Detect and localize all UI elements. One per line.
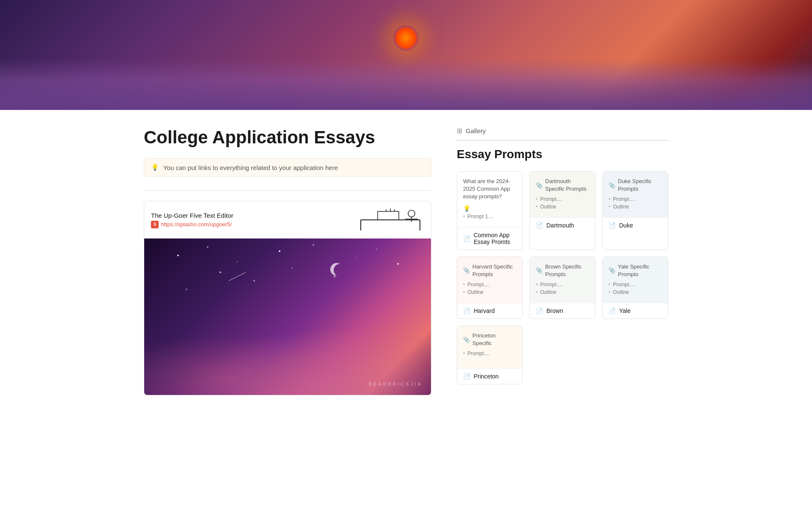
svg-line-23 bbox=[229, 272, 246, 281]
card-footer: 📄 Brown bbox=[530, 303, 595, 318]
essay-card-common-app[interactable]: What are the 2024-2025 Common App essay … bbox=[457, 171, 523, 250]
card-preview-area: 📎 Duke Specific Prompts Prompt....Outlin… bbox=[603, 172, 668, 217]
card-footer: 📄 Yale bbox=[603, 303, 668, 318]
essay-card-princeton[interactable]: 📎 Princeton Specific Prompt.... 📄 Prince… bbox=[457, 326, 523, 384]
watermark: BEARBRICKJIA bbox=[369, 381, 422, 386]
svg-point-18 bbox=[292, 268, 293, 269]
page-content: College Application Essays 💡 You can put… bbox=[110, 110, 702, 419]
link-favicon: S bbox=[151, 221, 159, 228]
card-footer: 📄 Harvard bbox=[457, 303, 522, 318]
callout-text: You can put links to everything related … bbox=[163, 164, 338, 171]
page-title: College Application Essays bbox=[144, 127, 431, 148]
gallery-label: Gallery bbox=[466, 127, 486, 134]
svg-rect-3 bbox=[378, 211, 399, 220]
card-preview-area: What are the 2024-2025 Common App essay … bbox=[457, 172, 522, 227]
card-preview-title: Brown Specific Prompts bbox=[545, 263, 589, 278]
svg-point-16 bbox=[219, 271, 221, 273]
card-footer-icon: 📄 bbox=[609, 307, 616, 314]
card-preview-item: Prompt.... bbox=[609, 196, 662, 202]
card-preview-item: Prompt.... bbox=[536, 196, 589, 202]
waves-decoration bbox=[0, 59, 812, 110]
card-paperclip-icon: 📎 bbox=[463, 267, 470, 274]
card-preview-item: Outline bbox=[536, 289, 589, 295]
gallery-grid-icon: ⊞ bbox=[457, 127, 462, 135]
card-footer-label: Dartmouth bbox=[546, 222, 574, 229]
card-preview-area: 📎 Dartmouth Specific Prompts Prompt....O… bbox=[530, 172, 595, 217]
card-preview-title: Princeton Specific bbox=[472, 332, 516, 347]
card-preview-icon: 💡 bbox=[463, 205, 516, 212]
sun-decoration bbox=[393, 25, 419, 51]
svg-point-11 bbox=[207, 247, 208, 248]
link-card-title: The Up-Goer Five Text Editor bbox=[151, 212, 352, 219]
card-preview-item: Prompt.... bbox=[536, 282, 589, 288]
desk-sketch-icon bbox=[357, 207, 424, 233]
card-footer-icon: 📄 bbox=[463, 235, 470, 242]
gallery-header: ⊞ Gallery bbox=[457, 127, 668, 141]
svg-point-4 bbox=[408, 210, 415, 217]
card-footer-label: Yale bbox=[619, 307, 631, 314]
svg-point-22 bbox=[397, 263, 399, 265]
card-preview-area: 📎 Harvard Specific Prompts Prompt....Out… bbox=[457, 257, 522, 303]
card-paperclip-icon: 📎 bbox=[536, 267, 543, 274]
svg-point-12 bbox=[237, 261, 238, 262]
card-preview-area: 📎 Yale Specific Prompts Prompt....Outlin… bbox=[603, 257, 668, 303]
left-column: College Application Essays 💡 You can put… bbox=[144, 127, 431, 402]
card-footer: 📄 Princeton bbox=[457, 368, 522, 384]
essay-card-brown[interactable]: 📎 Brown Specific Prompts Prompt....Outli… bbox=[529, 257, 595, 319]
card-footer: 📄 Duke bbox=[603, 217, 668, 233]
card-preview-item: Prompt 1.... bbox=[463, 214, 516, 219]
link-card-url: S https://splasho.com/upgoer5/ bbox=[151, 221, 352, 228]
card-preview-area: 📎 Brown Specific Prompts Prompt....Outli… bbox=[530, 257, 595, 303]
essay-prompts-title: Essay Prompts bbox=[457, 148, 668, 161]
card-preview-title: Dartmouth Specific Prompts bbox=[545, 178, 589, 193]
card-paperclip-icon: 📎 bbox=[609, 267, 615, 274]
sketch-area bbox=[357, 207, 424, 233]
card-paperclip-icon: 📎 bbox=[463, 337, 470, 343]
link-card-image-preview: BEARBRICKJIA bbox=[144, 238, 431, 395]
card-paperclip-icon: 📎 bbox=[536, 182, 543, 189]
card-footer-icon: 📄 bbox=[536, 307, 543, 314]
essay-cards-grid: What are the 2024-2025 Common App essay … bbox=[457, 171, 668, 384]
card-preview-title: Harvard Specific Prompts bbox=[472, 263, 516, 278]
card-footer: 📄 Dartmouth bbox=[530, 217, 595, 233]
card-footer-label: Harvard bbox=[474, 307, 495, 314]
svg-point-20 bbox=[186, 289, 187, 290]
card-preview-item: Prompt.... bbox=[463, 351, 516, 356]
essay-card-harvard[interactable]: 📎 Harvard Specific Prompts Prompt....Out… bbox=[457, 257, 523, 319]
card-footer-label: Duke bbox=[619, 222, 633, 229]
card-footer-icon: 📄 bbox=[463, 307, 470, 314]
card-preview-title: Duke Specific Prompts bbox=[618, 178, 662, 193]
svg-point-19 bbox=[334, 276, 335, 277]
essay-card-yale[interactable]: 📎 Yale Specific Prompts Prompt....Outlin… bbox=[602, 257, 668, 319]
card-footer-label: Common App Essay Promts bbox=[474, 232, 516, 245]
link-card-header: The Up-Goer Five Text Editor S https://s… bbox=[144, 201, 431, 238]
svg-point-17 bbox=[254, 280, 255, 282]
card-preview-title: Yale Specific Prompts bbox=[618, 263, 662, 278]
card-preview-item: Outline bbox=[536, 204, 589, 210]
card-footer: 📄 Common App Essay Promts bbox=[457, 227, 522, 249]
card-preview-title: What are the 2024-2025 Common App essay … bbox=[463, 178, 516, 201]
section-divider bbox=[144, 190, 431, 191]
card-footer-label: Princeton bbox=[474, 373, 499, 380]
card-paperclip-icon: 📎 bbox=[609, 182, 615, 189]
hero-banner bbox=[0, 0, 812, 110]
card-footer-icon: 📄 bbox=[463, 373, 470, 380]
svg-point-21 bbox=[376, 249, 377, 249]
svg-point-14 bbox=[313, 244, 314, 246]
svg-point-10 bbox=[177, 255, 179, 256]
card-preview-item: Outline bbox=[609, 289, 662, 295]
card-preview-item: Outline bbox=[609, 204, 662, 210]
info-callout: 💡 You can put links to everything relate… bbox=[144, 158, 431, 177]
essay-card-dartmouth[interactable]: 📎 Dartmouth Specific Prompts Prompt....O… bbox=[529, 171, 595, 250]
card-footer-label: Brown bbox=[546, 307, 563, 314]
right-column: ⊞ Gallery Essay Prompts What are the 202… bbox=[457, 127, 668, 402]
card-preview-item: Prompt.... bbox=[463, 282, 516, 288]
essay-card-duke[interactable]: 📎 Duke Specific Prompts Prompt....Outlin… bbox=[602, 171, 668, 250]
callout-icon: 💡 bbox=[151, 164, 159, 171]
card-preview-item: Outline bbox=[463, 289, 516, 295]
card-footer-icon: 📄 bbox=[536, 222, 543, 229]
link-card-upgoer[interactable]: The Up-Goer Five Text Editor S https://s… bbox=[144, 201, 431, 395]
card-preview-area: 📎 Princeton Specific Prompt.... bbox=[457, 326, 522, 368]
card-footer-icon: 📄 bbox=[609, 222, 616, 229]
svg-point-15 bbox=[355, 257, 356, 258]
